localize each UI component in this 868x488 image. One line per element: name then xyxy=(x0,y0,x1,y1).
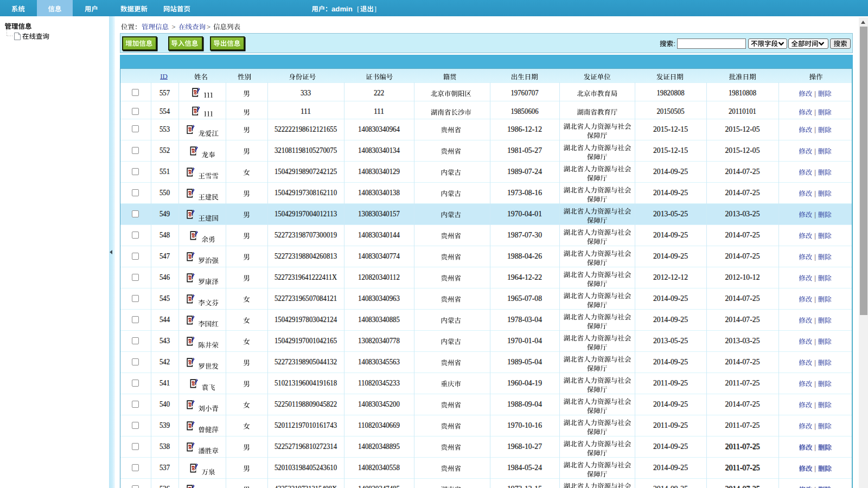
svg-text:140830347485: 140830347485 xyxy=(358,484,400,488)
svg-text:2014-09-25: 2014-09-25 xyxy=(653,252,688,260)
svg-text:|: | xyxy=(814,210,816,219)
svg-text:541: 541 xyxy=(159,378,170,387)
svg-text:2014-07-25: 2014-07-25 xyxy=(725,357,760,366)
svg-text:|: | xyxy=(814,89,816,98)
svg-text:43253219731215498X: 43253219731215498X xyxy=(275,484,337,488)
svg-text:333: 333 xyxy=(301,88,311,97)
svg-text:1970-01-04: 1970-01-04 xyxy=(507,336,542,345)
svg-text:2011-09-25: 2011-09-25 xyxy=(653,378,688,387)
svg-text:522723198905044132: 522723198905044132 xyxy=(275,357,337,366)
svg-text:|: | xyxy=(814,358,816,367)
svg-text:2013-05-25: 2013-05-25 xyxy=(653,209,688,218)
svg-text:1968-10-27: 1968-10-27 xyxy=(507,442,542,451)
svg-text:2011-07-25: 2011-07-25 xyxy=(725,464,760,472)
svg-text:553: 553 xyxy=(159,125,170,133)
svg-text::: : xyxy=(674,40,676,48)
svg-text:542: 542 xyxy=(159,357,170,366)
svg-text:540: 540 xyxy=(159,400,170,408)
svg-text:522723196507084121: 522723196507084121 xyxy=(275,294,337,303)
svg-text:110820340669: 110820340669 xyxy=(358,421,400,429)
svg-text:130830340157: 130830340157 xyxy=(358,209,400,218)
svg-text:1973-08-16: 1973-08-16 xyxy=(507,188,542,197)
svg-text:111: 111 xyxy=(301,107,311,115)
svg-text:2014-07-25: 2014-07-25 xyxy=(725,230,760,239)
svg-text:|: | xyxy=(814,253,816,261)
svg-text:140830340885: 140830340885 xyxy=(358,315,400,324)
svg-text:1970-10-16: 1970-10-16 xyxy=(507,421,542,429)
svg-text:1986-12-12: 1986-12-12 xyxy=(507,125,542,133)
svg-text:1964-12-22: 1964-12-22 xyxy=(507,273,542,281)
svg-text:|: | xyxy=(814,443,816,451)
svg-text:150429198907242125: 150429198907242125 xyxy=(275,167,337,176)
svg-text:|: | xyxy=(814,464,816,472)
svg-text:537: 537 xyxy=(159,463,170,472)
svg-text:130820340778: 130820340778 xyxy=(358,336,400,345)
svg-text:2011-07-25: 2011-07-25 xyxy=(725,421,760,429)
svg-text:2013-05-25: 2013-05-25 xyxy=(653,336,688,345)
svg-text:140820348895: 140820348895 xyxy=(358,442,400,451)
svg-text:2015-12-05: 2015-12-05 xyxy=(725,125,760,133)
svg-text:510213196004191618: 510213196004191618 xyxy=(275,378,337,387)
svg-text:[: [ xyxy=(357,5,360,13)
svg-text:1989-05-04: 1989-05-04 xyxy=(507,357,542,366)
svg-text:2012-12-12: 2012-12-12 xyxy=(653,273,688,281)
svg-text:>: > xyxy=(171,23,175,31)
svg-text:19850606: 19850606 xyxy=(510,107,538,115)
svg-text:2013-03-25: 2013-03-25 xyxy=(725,336,760,345)
svg-text:222: 222 xyxy=(374,88,384,97)
svg-text:52272319641222411X: 52272319641222411X xyxy=(275,273,337,281)
svg-text:2011-09-25: 2011-09-25 xyxy=(653,421,688,429)
svg-text:550: 550 xyxy=(159,188,170,197)
svg-text:|: | xyxy=(814,274,816,282)
svg-text:546: 546 xyxy=(159,273,170,281)
svg-text:140820340558: 140820340558 xyxy=(358,463,400,472)
svg-text:2014-09-25: 2014-09-25 xyxy=(653,315,688,324)
svg-text:|: | xyxy=(814,168,816,176)
svg-text:19760707: 19760707 xyxy=(510,88,538,97)
svg-text:111: 111 xyxy=(374,107,384,115)
svg-text:1987-07-30: 1987-07-30 xyxy=(507,230,542,239)
svg-text:19810808: 19810808 xyxy=(729,88,756,97)
svg-text:|: | xyxy=(814,147,816,155)
svg-text:2014-07-25: 2014-07-25 xyxy=(725,167,760,176)
svg-text:|: | xyxy=(814,295,816,303)
svg-text:140830340963: 140830340963 xyxy=(358,294,400,303)
svg-text:554: 554 xyxy=(159,107,170,115)
svg-text:2014-09-25: 2014-09-25 xyxy=(653,188,688,197)
svg-text:2014-09-25: 2014-09-25 xyxy=(653,463,688,472)
svg-text:150429197308162110: 150429197308162110 xyxy=(275,188,337,197)
svg-text:1965-07-08: 1965-07-08 xyxy=(507,294,542,303)
svg-text:1973-12-15: 1973-12-15 xyxy=(507,484,542,488)
svg-text:2014-07-25: 2014-07-25 xyxy=(725,188,760,197)
svg-text:ID: ID xyxy=(160,72,168,80)
svg-text:|: | xyxy=(814,380,816,388)
svg-text:2015-12-15: 2015-12-15 xyxy=(653,146,688,155)
svg-text:522501198809045822: 522501198809045822 xyxy=(275,400,337,408)
svg-text:2014-07-25: 2014-07-25 xyxy=(725,294,760,303)
svg-text:20110101: 20110101 xyxy=(729,107,756,115)
svg-text:2015-12-15: 2015-12-15 xyxy=(653,125,688,133)
svg-text:|: | xyxy=(814,125,816,133)
svg-text:543: 543 xyxy=(159,336,170,345)
svg-text:140830345200: 140830345200 xyxy=(358,400,400,408)
svg-text:321081198105270075: 321081198105270075 xyxy=(275,146,337,155)
svg-text:536: 536 xyxy=(159,484,170,488)
svg-text:2014-07-25: 2014-07-25 xyxy=(725,400,760,408)
svg-text:admin: admin xyxy=(331,5,353,13)
svg-text:545: 545 xyxy=(159,294,170,303)
svg-text:|: | xyxy=(814,316,816,324)
svg-text:1988-04-26: 1988-04-26 xyxy=(507,252,542,260)
svg-text:520103198405243610: 520103198405243610 xyxy=(275,463,337,472)
svg-text:|: | xyxy=(814,189,816,197)
svg-text:120820340112: 120820340112 xyxy=(358,273,400,281)
svg-text:|: | xyxy=(814,401,816,409)
svg-text:1970-04-01: 1970-04-01 xyxy=(507,209,542,218)
svg-text:|: | xyxy=(814,422,816,430)
svg-text:549: 549 xyxy=(159,209,170,218)
svg-text:|: | xyxy=(814,232,816,240)
svg-text:520112197010161743: 520112197010161743 xyxy=(275,421,337,429)
svg-text:2014-09-25: 2014-09-25 xyxy=(653,357,688,366)
svg-text:2014-09-25: 2014-09-25 xyxy=(653,400,688,408)
svg-text:]: ] xyxy=(374,5,377,13)
svg-text:|: | xyxy=(814,337,816,345)
